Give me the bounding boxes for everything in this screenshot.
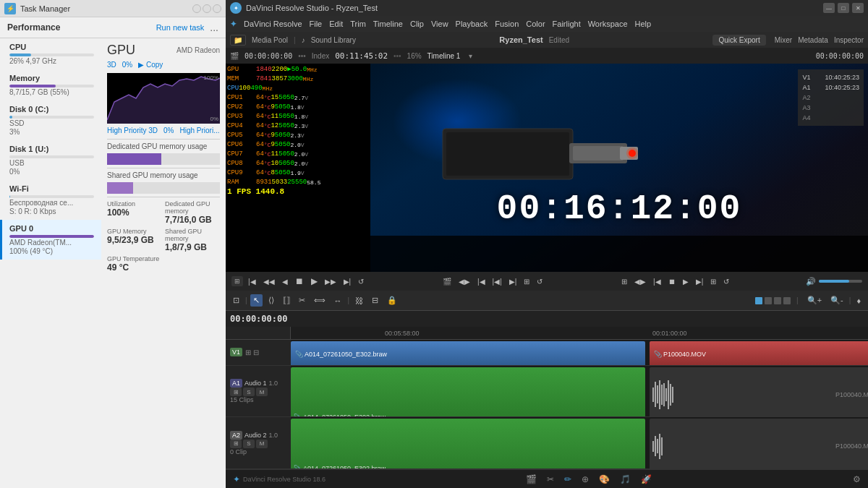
snap-btn[interactable]: ⊟ <box>369 294 381 307</box>
menu-item-fusion[interactable]: Fusion <box>495 20 519 28</box>
color-a1[interactable] <box>765 297 772 304</box>
timeline-dropdown-btn[interactable]: ▾ <box>469 52 472 60</box>
play-btn[interactable]: ▶ <box>309 275 320 287</box>
more-options-btn[interactable]: ... <box>210 22 218 33</box>
a1-btn2[interactable]: S <box>243 388 255 396</box>
menu-item-fairlight[interactable]: Fairlight <box>553 20 581 28</box>
run-new-task-button[interactable]: Run new task <box>156 23 205 32</box>
viewer-ctrl5[interactable]: ▶ <box>681 277 691 286</box>
viewer-ctrl4[interactable]: ⏹ <box>666 277 678 286</box>
zoom-out-btn[interactable]: 🔍- <box>827 294 846 307</box>
timecode-btn[interactable]: 🎬 <box>441 277 454 286</box>
clip-v1-mov[interactable]: 📎 P100040.MOV <box>650 341 868 365</box>
restore-davinci-btn[interactable]: □ <box>838 3 849 13</box>
menu-item-timeline[interactable]: Timeline <box>373 20 403 28</box>
source-tape-btn[interactable]: ⊡ <box>230 294 242 307</box>
select-tool-btn[interactable]: ↖ <box>250 294 263 307</box>
metadata-btn[interactable]: Metadata <box>798 36 828 44</box>
menu-item-edit[interactable]: Edit <box>329 20 343 28</box>
a1-btn1[interactable]: ⊞ <box>230 388 242 396</box>
close-davinci-btn[interactable]: ✕ <box>852 3 864 13</box>
next-btn[interactable]: ▶▶ <box>323 277 339 286</box>
a2-btn3[interactable]: M <box>256 440 268 448</box>
sidebar-item-cpu[interactable]: CPU 26% 4,97 GHz <box>0 38 101 69</box>
viewer-ctrl3[interactable]: |◀ <box>651 277 663 286</box>
sidebar-item-gpu0[interactable]: GPU 0 AMD Radeon(TM... 100% (49 °C) <box>0 220 101 260</box>
track-v1-content[interactable]: 📎 A014_07261050_E302.braw 📎 P100040.MOV <box>291 340 868 365</box>
footer-settings-icon[interactable]: ⚙ <box>853 474 861 484</box>
footer-icon-deliver[interactable]: 🚀 <box>641 474 652 484</box>
davinci-window-buttons[interactable]: — □ ✕ <box>823 3 864 13</box>
sound-library-icon[interactable]: ♪ <box>302 36 305 44</box>
track-a2-content[interactable]: 📎 A014_07261050_E302.braw P100040.MOV <box>291 417 868 468</box>
add-marker-btn[interactable]: ♦ <box>854 295 864 307</box>
color-v1[interactable] <box>755 297 762 304</box>
a1-btn3[interactable]: M <box>256 388 268 396</box>
menu-item-trim[interactable]: Trim <box>350 20 366 28</box>
clip-a2-braw[interactable]: 📎 A014_07261050_E302.braw <box>291 419 645 468</box>
slide-tool-btn[interactable]: ↔ <box>331 295 345 307</box>
sound-library-label[interactable]: Sound Library <box>311 36 356 44</box>
viewer-ctrl1[interactable]: ⊞ <box>619 277 629 286</box>
color-a2[interactable] <box>774 297 781 304</box>
ctrl-btn-d[interactable]: ▶| <box>507 277 519 286</box>
mixer-btn[interactable]: Mixer <box>775 36 792 44</box>
speaker-icon[interactable]: 🔊 <box>806 277 816 286</box>
slip-tool-btn[interactable]: ⟺ <box>311 294 328 307</box>
play-back-btn[interactable]: ◀ <box>280 277 290 286</box>
maximize-btn[interactable] <box>203 4 211 13</box>
trim-tool-btn[interactable]: ⟨⟩ <box>265 294 277 307</box>
menu-item-file[interactable]: File <box>310 20 323 28</box>
dynamic-trim-btn[interactable]: ⟦⟧ <box>280 294 293 307</box>
ctrl-btn-f[interactable]: ↺ <box>535 277 545 286</box>
minimize-davinci-btn[interactable]: — <box>823 3 835 13</box>
footer-icon-media[interactable]: 🎬 <box>526 474 537 484</box>
menu-item-view[interactable]: View <box>431 20 448 28</box>
link-btn[interactable]: ⛓ <box>352 295 366 307</box>
viewer-ctrl7[interactable]: ⊞ <box>708 277 718 286</box>
menu-item-help[interactable]: Help <box>635 20 652 28</box>
prev-frame-btn[interactable]: |◀ <box>246 277 258 286</box>
close-btn[interactable] <box>213 4 221 13</box>
footer-icon-edit[interactable]: ✏ <box>564 474 571 484</box>
sidebar-item-wifi[interactable]: Wi-Fi Беспроводная се... S: 0 R: 0 Kbps <box>0 180 101 220</box>
footer-icon-color[interactable]: 🎨 <box>599 474 610 484</box>
loop-btn[interactable]: ↺ <box>356 277 366 286</box>
ctrl-btn-e[interactable]: ⊞ <box>522 277 532 286</box>
viewer-ctrl8[interactable]: ↺ <box>721 277 731 286</box>
timeline-ruler[interactable]: 00:05:58:00 00:01:00:00 00:01:02:00 <box>226 327 868 340</box>
viewer-mode-btn[interactable]: ⊞ <box>231 276 243 286</box>
stop-btn[interactable]: ⏹ <box>293 275 306 287</box>
a2-btn2[interactable]: S <box>243 440 255 448</box>
track-a1-content[interactable]: 📎 A014_07261050_E302.braw <box>291 366 868 417</box>
media-pool-label[interactable]: Media Pool <box>252 36 288 44</box>
media-pool-btn[interactable]: 📁 <box>230 35 246 46</box>
quick-export-button[interactable]: Quick Export <box>712 35 765 46</box>
color-a3[interactable] <box>783 297 791 304</box>
next-frame-btn[interactable]: ▶| <box>341 277 354 286</box>
lock-btn[interactable]: 🔒 <box>384 294 400 307</box>
clip-a1-braw[interactable]: 📎 A014_07261050_E302.braw <box>291 367 645 417</box>
sidebar-item-disk1[interactable]: Disk 1 (U:) USB 0% <box>0 140 101 180</box>
footer-icon-fairlight[interactable]: 🎵 <box>620 474 631 484</box>
clip-v1-braw[interactable]: 📎 A014_07261050_E302.braw <box>291 341 645 365</box>
window-control-buttons[interactable] <box>192 4 221 13</box>
viewer-ctrl6[interactable]: ▶| <box>694 277 706 286</box>
sidebar-item-disk0[interactable]: Disk 0 (C:) SSD 3% <box>0 100 101 140</box>
ctrl-btn-c[interactable]: |◀| <box>490 277 504 286</box>
a2-btn1[interactable]: ⊞ <box>230 440 242 448</box>
menu-item-clip[interactable]: Clip <box>410 20 424 28</box>
volume-slider[interactable] <box>819 280 862 283</box>
blade-tool-btn[interactable]: ✂ <box>296 294 308 307</box>
ctrl-btn-a[interactable]: ◀▶ <box>456 277 472 286</box>
clip-a2-mov[interactable]: P100040.MOV <box>650 419 868 468</box>
menu-item-workspace[interactable]: Workspace <box>588 20 628 28</box>
ctrl-btn-b[interactable]: |◀ <box>475 277 488 286</box>
footer-icon-fusion[interactable]: ⊕ <box>582 474 589 484</box>
prev-btn[interactable]: ◀◀ <box>261 277 277 286</box>
gpu-opt-copy[interactable]: ▶ Copy <box>138 61 163 69</box>
minimize-btn[interactable] <box>192 4 201 13</box>
menu-item-playback[interactable]: Playback <box>456 20 488 28</box>
gpu-opt-3d[interactable]: 3D <box>107 61 116 69</box>
clip-a1-mov[interactable]: P100040.MOV <box>650 367 868 417</box>
